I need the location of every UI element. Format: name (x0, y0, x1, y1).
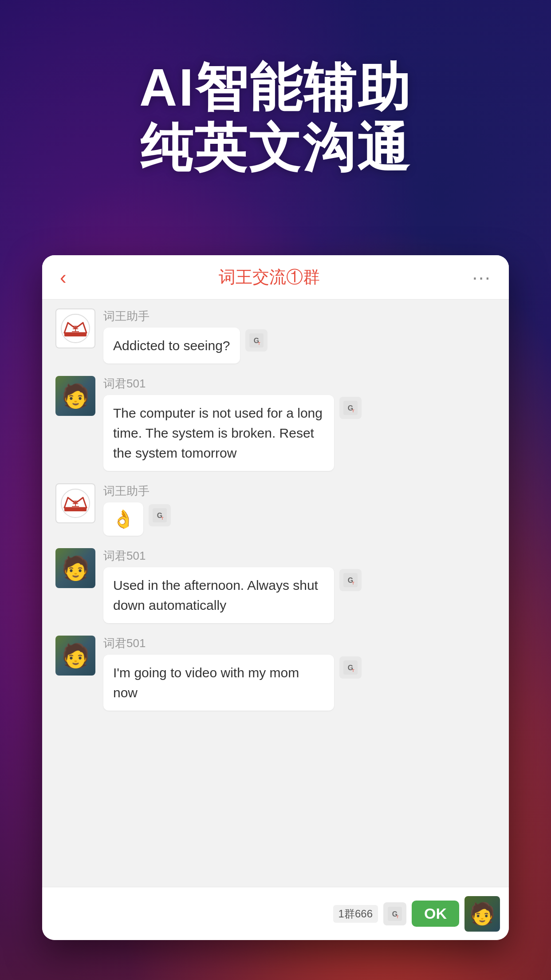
svg-text:王: 王 (72, 325, 79, 333)
svg-text:T: T (352, 409, 354, 413)
message-content: 词君501 The computer is not used for a lon… (103, 376, 496, 471)
translate-icon[interactable]: G T (339, 397, 362, 419)
avatar: 王 (55, 308, 95, 348)
message-content: 词君501 Used in the afternoon. Always shut… (103, 548, 496, 623)
chat-window: ‹ 词王交流①群 ··· 王 词王助手 Addicted to seeing? (42, 255, 509, 940)
message-bubble: The computer is not used for a long time… (103, 395, 334, 471)
sender-name: 词君501 (103, 548, 496, 564)
sender-name: 词君501 (103, 376, 496, 391)
avatar: 🧑 (55, 548, 95, 588)
message-bubble: Addicted to seeing? (103, 328, 240, 364)
avatar: 王 (55, 483, 95, 523)
sender-name: 词王助手 (103, 483, 496, 499)
back-button[interactable]: ‹ (60, 266, 67, 288)
bubble-row: Used in the afternoon. Always shut down … (103, 567, 496, 623)
message-row: 王 词王助手 Addicted to seeing? G T (55, 308, 496, 364)
message-row: 🧑 词君501 The computer is not used for a l… (55, 376, 496, 471)
message-content: 词王助手 👌 G T (103, 483, 496, 536)
mini-avatar: 🧑 (464, 896, 500, 932)
message-row: 🧑 词君501 Used in the afternoon. Always sh… (55, 548, 496, 623)
avatar: 🧑 (55, 636, 95, 676)
hero-title: AI智能辅助 纯英文沟通 (0, 58, 551, 178)
translate-icon[interactable]: G T (149, 504, 171, 526)
svg-text:T: T (161, 516, 164, 521)
translate-icon[interactable]: G T (339, 656, 362, 679)
chat-title: 词王交流①群 (219, 266, 320, 288)
bubble-row: Addicted to seeing? G T (103, 328, 496, 364)
translate-icon[interactable]: G T (339, 569, 362, 591)
message-content: 词王助手 Addicted to seeing? G T (103, 308, 496, 364)
chat-header: ‹ 词王交流①群 ··· (42, 255, 509, 300)
bubble-row: I'm going to video with my mom now G T (103, 655, 496, 711)
bubble-row: 👌 G T (103, 502, 496, 536)
svg-rect-2 (64, 333, 87, 336)
translate-button-bottom[interactable]: G T (383, 902, 406, 925)
emoji-bubble: 👌 (103, 502, 143, 536)
more-button[interactable]: ··· (472, 266, 491, 288)
sender-name: 词君501 (103, 636, 496, 651)
chat-body: 王 词王助手 Addicted to seeing? G T (42, 300, 509, 887)
message-bubble: I'm going to video with my mom now (103, 655, 334, 711)
svg-text:王: 王 (72, 500, 79, 508)
svg-text:T: T (258, 341, 260, 346)
hero-title-line1: AI智能辅助 (0, 58, 551, 118)
message-content: 词君501 I'm going to video with my mom now… (103, 636, 496, 711)
svg-text:T: T (396, 915, 399, 919)
ok-button[interactable]: OK (412, 901, 459, 927)
chat-bottom-bar: 1群666 G T OK 🧑 (42, 887, 509, 940)
svg-rect-12 (64, 508, 87, 511)
sender-name: 词王助手 (103, 308, 496, 324)
avatar: 🧑 (55, 376, 95, 416)
hero-title-line2: 纯英文沟通 (0, 118, 551, 178)
group-badge: 1群666 (333, 905, 378, 923)
svg-text:T: T (352, 668, 354, 673)
bubble-row: The computer is not used for a long time… (103, 395, 496, 471)
svg-text:T: T (352, 581, 354, 585)
message-row: 🧑 词君501 I'm going to video with my mom n… (55, 636, 496, 711)
message-row: 王 词王助手 👌 G T (55, 483, 496, 536)
translate-icon[interactable]: G T (245, 329, 268, 352)
message-bubble: Used in the afternoon. Always shut down … (103, 567, 334, 623)
